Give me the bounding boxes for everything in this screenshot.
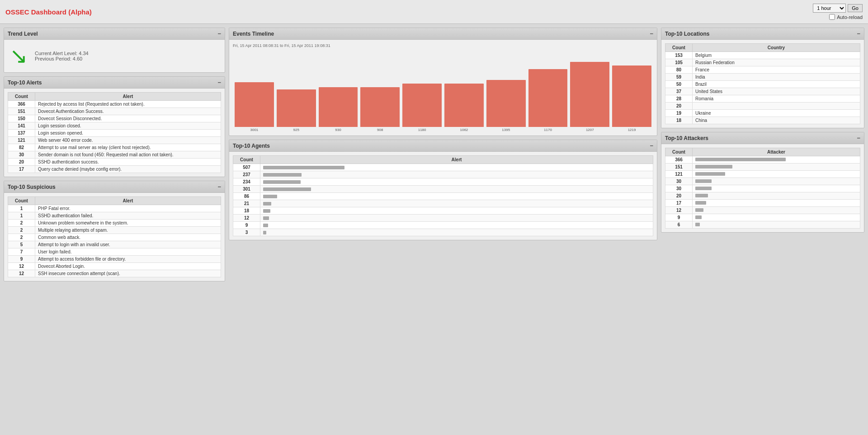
attacker-bar-cell (693, 192, 860, 200)
table-row: 9Attempt to access forbidden file or dir… (8, 256, 221, 263)
location-country: Brazil (693, 81, 860, 88)
suspicious-count: 12 (8, 270, 35, 277)
attacker-bar (695, 158, 786, 161)
alert-text: Sender domain is not found (450: Request… (35, 151, 221, 159)
agent-bar-container (263, 194, 650, 199)
attacker-bar-cell (693, 200, 860, 207)
location-count: 80 (665, 66, 693, 74)
suspicious-count: 1 (8, 212, 35, 220)
top10-agents-minimize[interactable]: − (650, 142, 653, 149)
suspicious-count: 2 (8, 234, 35, 241)
trend-level-minimize[interactable]: − (217, 30, 221, 37)
events-timeline-minimize[interactable]: − (650, 30, 653, 37)
table-row: 21 (233, 200, 653, 207)
location-count: 153 (665, 52, 693, 59)
location-country: France (693, 66, 860, 74)
events-timeline-title: Events Timeline (233, 31, 274, 37)
table-row: 105Russian Federation (665, 59, 860, 66)
table-row: 5Attempt to login with an invalid user. (8, 241, 221, 248)
agent-bar-container (263, 223, 650, 228)
location-country: Ukraine (693, 110, 860, 117)
suspicious-count: 7 (8, 248, 35, 256)
agent-count: 301 (233, 186, 260, 193)
top10-alerts-header: Top-10 Alerts − (4, 77, 225, 89)
location-count: 37 (665, 88, 693, 95)
top10-locations-header: Top-10 Locations − (661, 28, 864, 40)
main-content: Trend Level − ↘ Current Alert Level: 4.3… (0, 24, 868, 285)
top10-attackers-minimize[interactable]: − (857, 135, 860, 141)
suspicious-text: Dovecot Aborted Login. (35, 263, 221, 270)
location-count: 18 (665, 117, 693, 124)
bar-group: 1207 (570, 62, 609, 132)
bar-label: 908 (377, 128, 383, 132)
attacker-count: 20 (665, 192, 693, 200)
table-row: 150Dovecot Session Disconnected. (8, 115, 221, 122)
table-row: 141Login session closed. (8, 122, 221, 130)
bar (402, 84, 442, 127)
table-row: 20SSHD authentication success. (8, 159, 221, 166)
table-row: 2Common web attack. (8, 234, 221, 241)
bar (612, 65, 651, 127)
go-button[interactable]: Go (848, 4, 863, 12)
alert-text: Dovecot Authentication Success. (35, 108, 221, 115)
alert-count: 150 (8, 115, 35, 122)
top10-locations-minimize[interactable]: − (857, 30, 860, 37)
top10-suspicious-title: Top-10 Suspicious (8, 184, 56, 190)
agent-bar-container (263, 216, 650, 220)
table-row: 151Dovecot Authentication Success. (8, 108, 221, 115)
table-row: 121 (665, 171, 860, 178)
suspicious-text: PHP Fatal error. (35, 205, 221, 212)
location-count: 50 (665, 81, 693, 88)
agent-bar-cell (260, 207, 653, 215)
top10-suspicious-panel: Top-10 Suspicious − Count Alert 1PHP Fat… (4, 181, 225, 281)
attacker-count: 12 (665, 207, 693, 214)
top10-locations-panel: Top-10 Locations − Count Country 153Belg… (661, 28, 864, 128)
attackers-col-attacker: Attacker (693, 148, 860, 156)
top-bar: OSSEC Dashboard (Alpha) 1 hour 15 min 30… (0, 0, 868, 24)
attacker-count: 30 (665, 185, 693, 192)
alert-text: SSHD authentication success. (35, 159, 221, 166)
location-count: 59 (665, 74, 693, 81)
top10-locations-table: Count Country 153Belgium105Russian Feder… (665, 43, 860, 124)
suspicious-text: Common web attack. (35, 234, 221, 241)
agent-count: 3 (233, 229, 260, 236)
top10-alerts-minimize[interactable]: − (217, 79, 221, 86)
agent-bar-cell (260, 193, 653, 200)
agent-count: 507 (233, 164, 260, 171)
alert-count: 141 (8, 122, 35, 130)
bar-label: 1395 (502, 128, 510, 132)
table-row: 17 (665, 200, 860, 207)
bar-label: 1170 (544, 128, 552, 132)
table-row: 20 (665, 192, 860, 200)
suspicious-text: Multiple relaying attempts of spam. (35, 227, 221, 234)
top10-suspicious-minimize[interactable]: − (217, 183, 221, 190)
bar-group: 3001 (235, 82, 274, 132)
alert-count: 30 (8, 151, 35, 159)
top-controls: 1 hour 15 min 30 min 6 hours 12 hours 24… (813, 4, 863, 20)
previous-period: Previous Period: 4.60 (35, 56, 89, 61)
agent-bar-cell (260, 178, 653, 186)
agent-bar (263, 231, 266, 234)
bar-group: 1062 (444, 84, 484, 132)
auto-reload-label: Auto-reload (837, 14, 863, 20)
top10-suspicious-header: Top-10 Suspicious − (4, 181, 225, 193)
top10-suspicious-body: Count Alert 1PHP Fatal error.1SSHD authe… (4, 193, 225, 281)
table-row: 18 (233, 207, 653, 215)
table-row: 1SSHD authentication failed. (8, 212, 221, 220)
location-count: 28 (665, 95, 693, 103)
agent-bar-cell (260, 200, 653, 207)
attacker-bar (695, 201, 706, 205)
agent-bar (263, 209, 270, 213)
time-select[interactable]: 1 hour 15 min 30 min 6 hours 12 hours 24… (813, 4, 846, 13)
auto-reload-checkbox[interactable] (829, 14, 835, 20)
table-row: 30 (665, 178, 860, 185)
top10-suspicious-table: Count Alert 1PHP Fatal error.1SSHD authe… (8, 196, 221, 277)
bar (444, 84, 484, 127)
agent-count: 234 (233, 178, 260, 186)
top10-agents-header: Top-10 Agents − (229, 140, 657, 152)
table-row: 237 (233, 171, 653, 178)
agent-count: 18 (233, 207, 260, 215)
table-row: 234 (233, 178, 653, 186)
table-row: 6 (665, 221, 860, 229)
alert-text: Login session closed. (35, 122, 221, 130)
